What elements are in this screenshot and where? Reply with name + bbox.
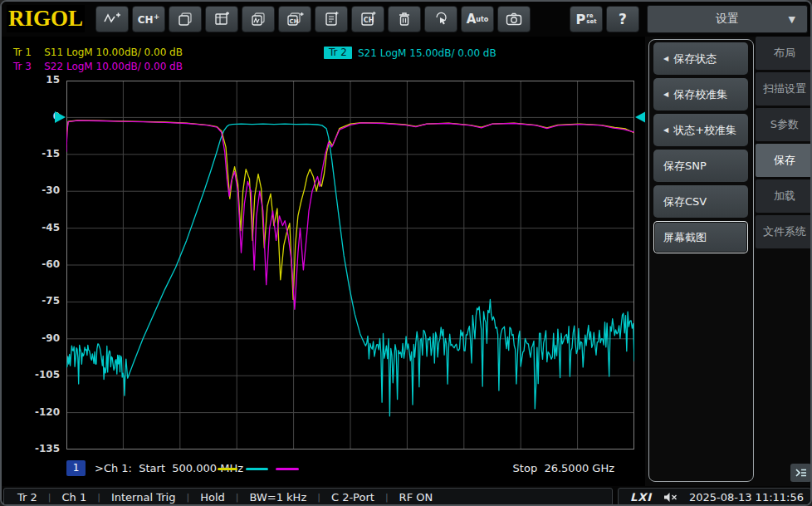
plot-canvas[interactable] — [66, 81, 634, 450]
y-axis-label: -135 — [23, 443, 60, 454]
delete-icon — [398, 12, 411, 27]
channel-number-badge: 1 — [66, 460, 86, 476]
side-menu-panel: ◀保存状态◀保存校准集◀状态+校准集保存SNP保存CSV屏幕截图 布局扫描设置S… — [645, 37, 812, 486]
menu-item-label: 屏幕截图 — [663, 230, 707, 245]
submenu-arrow-icon: ◀ — [663, 55, 668, 62]
active-trace-badge: Tr 2 — [324, 47, 352, 59]
status-item: C 2-Port — [331, 491, 374, 504]
auto-scale-icon: A — [467, 12, 477, 27]
copy-trace-icon — [323, 12, 340, 27]
window-layout-button[interactable] — [169, 6, 202, 32]
delete-button[interactable] — [388, 6, 421, 32]
plot-grid-and-traces — [66, 81, 634, 450]
trace3-label: Tr 3 S22 LogM 10.00dB/ 0.00 dB — [13, 61, 183, 72]
tab-file-system[interactable]: 文件系统 — [756, 215, 812, 248]
y-axis-label: -75 — [23, 295, 60, 307]
status-bar: Tr 2|Ch 1|Internal Trig|Hold|BW=1 kHz|C … — [2, 486, 812, 506]
tab-layout[interactable]: 布局 — [756, 37, 812, 70]
status-item: Internal Trig — [111, 491, 175, 504]
trace-window-icon — [250, 12, 267, 27]
preset-icon: P — [576, 12, 586, 27]
vna-screen: RIGOL CH+ — [0, 0, 812, 506]
status-item: Ch 1 — [62, 491, 87, 504]
tab-s-params[interactable]: S参数 — [756, 108, 812, 141]
status-separator: | — [186, 492, 189, 503]
reference-level-marker-left[interactable] — [55, 111, 66, 123]
settings-dropdown[interactable]: 设置 ▼ — [647, 5, 808, 33]
status-item: BW=1 kHz — [249, 491, 306, 504]
y-axis-label: -45 — [23, 222, 60, 233]
status-separator: | — [48, 492, 51, 503]
rigol-logo: RIGOL — [7, 5, 85, 32]
lxi-indicator: LXI — [630, 491, 652, 504]
y-axis-label: 15 — [23, 74, 60, 86]
y-axis-label: -15 — [23, 148, 60, 160]
y-axis-label: -105 — [23, 369, 60, 381]
help-button[interactable]: ? — [606, 6, 639, 32]
stop-frequency-label: Stop 26.5000 GHz — [467, 462, 614, 474]
menu-item-save-cal-set[interactable]: ◀保存校准集 — [653, 78, 748, 111]
submenu-arrow-icon: ◀ — [663, 91, 668, 98]
chevron-down-icon: ▼ — [789, 14, 795, 25]
plot-region: Tr 1 S11 LogM 10.00dB/ 0.00 dB Tr 3 S22 … — [2, 37, 645, 486]
trace-window-button[interactable] — [242, 6, 275, 32]
tab-load[interactable]: 加载 — [756, 179, 812, 213]
channel-window-icon: CH — [286, 12, 304, 27]
preset-button[interactable]: P reset — [570, 6, 603, 32]
menu-item-save-csv[interactable]: 保存CSV — [653, 185, 748, 218]
menu-item-label: 保存状态 — [673, 52, 717, 66]
status-items: Tr 2|Ch 1|Internal Trig|Hold|BW=1 kHz|C … — [3, 488, 613, 506]
trace3-legend-swatch — [276, 468, 299, 470]
submenu-arrow-icon: ◀ — [663, 126, 668, 134]
menu-item-label: 保存校准集 — [673, 87, 727, 102]
y-axis-label: -120 — [23, 406, 60, 418]
status-item: Tr 2 — [17, 491, 37, 504]
collapse-menu-button[interactable] — [790, 464, 811, 482]
copy-trace-button[interactable] — [315, 6, 348, 32]
channel-window-button[interactable]: CH — [278, 6, 311, 32]
menu-item-label: 保存SNP — [663, 159, 707, 174]
menu-item-save-state[interactable]: ◀保存状态 — [653, 42, 748, 75]
trace2-label: Tr 2 S21 LogM 15.00dB/ 0.00 dB — [324, 47, 496, 59]
menu-item-label: 保存CSV — [663, 194, 707, 209]
add-channel-button[interactable]: CH+ — [132, 6, 165, 32]
add-table-icon — [213, 12, 230, 27]
touch-icon — [433, 12, 448, 27]
menu-item-label: 状态+校准集 — [673, 123, 736, 138]
svg-text:CH: CH — [290, 18, 299, 25]
copy-channel-button[interactable]: CH — [351, 6, 384, 32]
camera-icon — [506, 12, 522, 26]
menu-item-screenshot[interactable]: 屏幕截图 — [653, 221, 748, 253]
copy-channel-icon: CH — [359, 12, 377, 27]
y-axis-label: -90 — [23, 332, 60, 344]
screenshot-button[interactable] — [497, 6, 531, 32]
svg-text:CH: CH — [364, 17, 374, 24]
add-trace-icon — [103, 12, 121, 27]
menu-item-save-snp[interactable]: 保存SNP — [653, 150, 748, 182]
menu-item-state-plus-cal-set[interactable]: ◀状态+校准集 — [653, 114, 748, 146]
trace1-label: Tr 1 S11 LogM 10.00dB/ 0.00 dB — [13, 47, 183, 58]
settings-dropdown-label: 设置 — [716, 12, 739, 27]
help-icon: ? — [619, 11, 627, 27]
trace1-legend-swatch — [218, 468, 237, 470]
menu-items-container: ◀保存状态◀保存校准集◀状态+校准集保存SNP保存CSV屏幕截图 — [648, 39, 754, 482]
add-table-button[interactable] — [205, 6, 238, 32]
status-separator: | — [317, 492, 320, 503]
trace2-legend-swatch — [246, 468, 268, 470]
system-status: LXI 2025-08-13 11:11:56 — [618, 488, 811, 506]
tab-save[interactable]: 保存 — [756, 144, 812, 177]
datetime-label: 2025-08-13 11:11:56 — [689, 491, 804, 504]
auto-scale-button[interactable]: Auto — [461, 6, 494, 32]
status-separator: | — [97, 492, 100, 503]
tab-sweep-settings[interactable]: 扫描设置 — [756, 72, 812, 106]
touch-button[interactable] — [424, 6, 457, 32]
y-axis-label: -30 — [23, 184, 60, 196]
add-trace-button[interactable] — [95, 6, 129, 32]
status-item: Hold — [200, 491, 225, 504]
top-toolbar: RIGOL CH+ — [2, 2, 812, 37]
y-axis-label: -60 — [23, 258, 60, 270]
collapse-menu-icon — [795, 468, 808, 478]
status-separator: | — [385, 492, 389, 503]
status-separator: | — [236, 492, 239, 503]
mute-icon — [663, 492, 677, 503]
